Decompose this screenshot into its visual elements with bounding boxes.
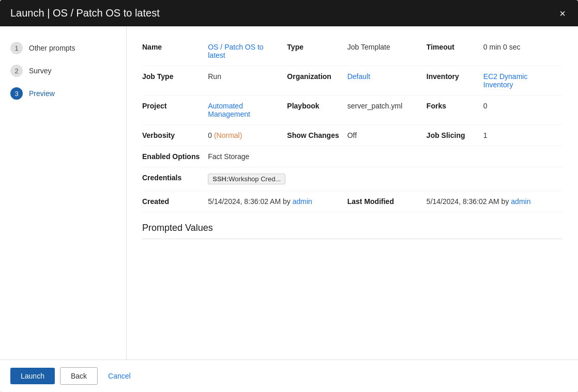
credentials-label: Credentials bbox=[142, 167, 208, 191]
show-changes-value: Off bbox=[347, 125, 427, 146]
prompted-values-section: Prompted Values bbox=[142, 223, 562, 239]
table-row: Job Type Run Organization Default Invent… bbox=[142, 66, 562, 96]
prompted-values-title: Prompted Values bbox=[142, 223, 562, 233]
job-slicing-label: Job Slicing bbox=[427, 125, 483, 146]
table-row: Enabled Options Fact Storage bbox=[142, 146, 562, 167]
created-by-link[interactable]: admin bbox=[293, 197, 312, 206]
modal-body: 1 Other prompts 2 Survey 3 Preview bbox=[0, 26, 578, 359]
created-value: 5/14/2024, 8:36:02 AM by admin bbox=[208, 191, 347, 212]
sidebar-item-preview[interactable]: 3 Preview bbox=[0, 82, 126, 105]
step-2-number: 2 bbox=[10, 65, 23, 77]
timeout-label: Timeout bbox=[427, 37, 483, 66]
name-value: OS / Patch OS to latest bbox=[208, 37, 287, 66]
sidebar-item-other-prompts[interactable]: 1 Other prompts bbox=[0, 37, 126, 59]
name-link[interactable]: OS / Patch OS to latest bbox=[208, 43, 263, 59]
playbook-label: Playbook bbox=[287, 96, 347, 125]
last-modified-value: 5/14/2024, 8:36:02 AM by admin bbox=[427, 191, 562, 212]
playbook-value: server_patch.yml bbox=[347, 96, 427, 125]
type-label: Type bbox=[287, 37, 347, 66]
credentials-badge-value: Workshop Cred... bbox=[229, 175, 281, 183]
job-type-value: Run bbox=[208, 66, 287, 96]
step-3-number: 3 bbox=[10, 87, 23, 100]
verbosity-normal: (Normal) bbox=[214, 131, 242, 139]
table-row: Project Automated Management Playbook se… bbox=[142, 96, 562, 125]
details-table: Name OS / Patch OS to latest Type Job Te… bbox=[142, 37, 562, 212]
step-1-number: 1 bbox=[10, 42, 23, 54]
credentials-value: SSH: Workshop Cred... bbox=[208, 167, 562, 191]
table-row: Verbosity 0 (Normal) Show Changes Off Jo… bbox=[142, 125, 562, 146]
forks-value: 0 bbox=[483, 96, 562, 125]
table-row: Created 5/14/2024, 8:36:02 AM by admin L… bbox=[142, 191, 562, 212]
modal-footer: Launch Back Cancel bbox=[0, 359, 578, 392]
enabled-options-label: Enabled Options bbox=[142, 146, 208, 167]
modal-dialog: Launch | OS / Patch OS to latest × 1 Oth… bbox=[0, 0, 578, 392]
main-content: Name OS / Patch OS to latest Type Job Te… bbox=[127, 26, 578, 359]
project-link[interactable]: Automated Management bbox=[208, 102, 250, 118]
project-value: Automated Management bbox=[208, 96, 287, 125]
credentials-badge: SSH: Workshop Cred... bbox=[208, 174, 285, 184]
sidebar: 1 Other prompts 2 Survey 3 Preview bbox=[0, 26, 127, 359]
cancel-button[interactable]: Cancel bbox=[103, 368, 136, 384]
last-modified-by-link[interactable]: admin bbox=[511, 197, 530, 206]
last-modified-text: 5/14/2024, 8:36:02 AM by bbox=[427, 197, 511, 206]
close-button[interactable]: × bbox=[557, 8, 568, 19]
enabled-options-value: Fact Storage bbox=[208, 146, 562, 167]
inventory-value: EC2 Dynamic Inventory bbox=[483, 66, 562, 96]
organization-label: Organization bbox=[287, 66, 347, 96]
inventory-link[interactable]: EC2 Dynamic Inventory bbox=[483, 72, 528, 89]
forks-label: Forks bbox=[427, 96, 483, 125]
sidebar-item-label: Survey bbox=[29, 67, 52, 75]
sidebar-item-label: Preview bbox=[29, 89, 55, 98]
job-type-label: Job Type bbox=[142, 66, 208, 96]
section-divider bbox=[142, 239, 562, 239]
back-button[interactable]: Back bbox=[60, 367, 98, 385]
inventory-label: Inventory bbox=[427, 66, 483, 96]
modal-title: Launch | OS / Patch OS to latest bbox=[10, 7, 160, 19]
show-changes-label: Show Changes bbox=[287, 125, 347, 146]
sidebar-item-survey[interactable]: 2 Survey bbox=[0, 59, 126, 82]
job-slicing-value: 1 bbox=[483, 125, 562, 146]
timeout-value: 0 min 0 sec bbox=[483, 37, 562, 66]
verbosity-text: 0 bbox=[208, 131, 214, 139]
verbosity-value: 0 (Normal) bbox=[208, 125, 287, 146]
type-value: Job Template bbox=[347, 37, 427, 66]
verbosity-label: Verbosity bbox=[142, 125, 208, 146]
modal-header: Launch | OS / Patch OS to latest × bbox=[0, 0, 578, 26]
organization-value: Default bbox=[347, 66, 427, 96]
sidebar-item-label: Other prompts bbox=[29, 44, 75, 52]
table-row: Name OS / Patch OS to latest Type Job Te… bbox=[142, 37, 562, 66]
last-modified-label: Last Modified bbox=[347, 191, 427, 212]
project-label: Project bbox=[142, 96, 208, 125]
launch-button[interactable]: Launch bbox=[10, 368, 55, 384]
created-label: Created bbox=[142, 191, 208, 212]
name-label: Name bbox=[142, 37, 208, 66]
created-text: 5/14/2024, 8:36:02 AM by bbox=[208, 197, 292, 206]
table-row: Credentials SSH: Workshop Cred... bbox=[142, 167, 562, 191]
credentials-badge-type: SSH: bbox=[212, 175, 229, 183]
organization-link[interactable]: Default bbox=[347, 72, 370, 81]
